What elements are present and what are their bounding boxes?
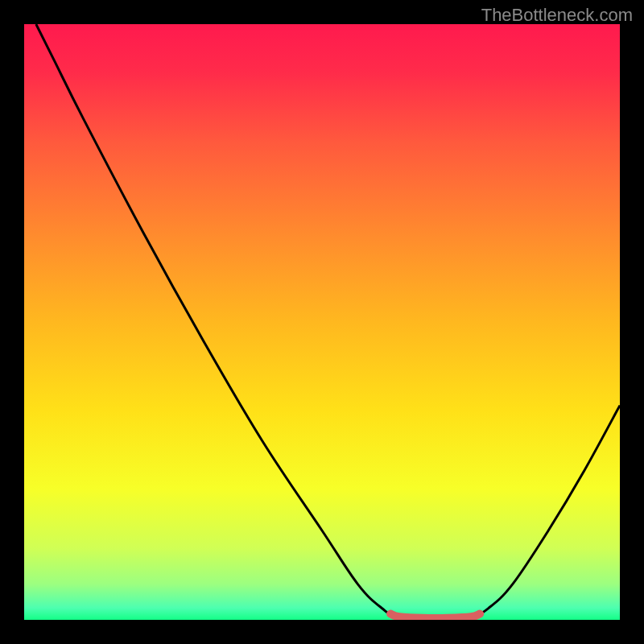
curve-overlay: [24, 24, 620, 620]
optimal-segment: [390, 614, 480, 618]
watermark: TheBottleneck.com: [481, 5, 633, 26]
bottleneck-curve: [36, 24, 620, 617]
plot-area: [24, 24, 620, 620]
